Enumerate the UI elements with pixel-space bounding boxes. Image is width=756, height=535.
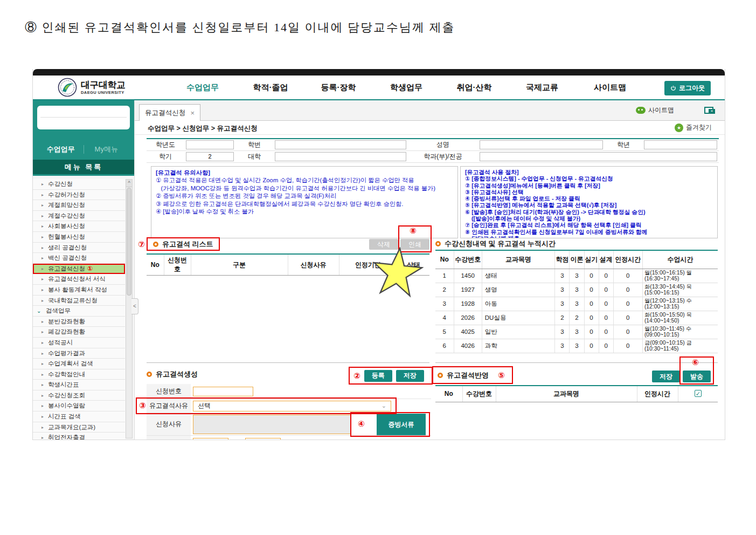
close-icon[interactable]: ×: [190, 109, 195, 117]
close-all-windows-icon[interactable]: [704, 107, 715, 114]
university-logo[interactable]: 대구대학교 DAEGU UNIVERSITY: [58, 78, 126, 97]
send-button[interactable]: 발송: [683, 371, 711, 382]
year-input[interactable]: [186, 140, 234, 149]
sidebar-menu-item[interactable]: ▸교과목개요(교과): [33, 422, 125, 433]
section-bullet-icon: [438, 373, 443, 378]
notice-line: ⑦ [승인]완료 후 [유고결석 리스트]에서 해당 항목 선택후 [인쇄] 클…: [465, 222, 713, 228]
nav-item-records[interactable]: 학적·졸업: [237, 83, 304, 93]
cell-no: 4: [435, 311, 454, 325]
notice-line: ([발송]이후에는 데이터 수정 및 삭제 불가): [465, 215, 713, 222]
sidebar-menu-item[interactable]: ▸수강신청: [33, 179, 125, 190]
sidebar-menu-item[interactable]: ▸시간표 검색: [33, 411, 125, 422]
sidebar-menu-item[interactable]: ▸헌혈봉사신청: [33, 232, 125, 243]
period-start-input[interactable]: [193, 438, 228, 440]
sidebar-menu-item[interactable]: ▸백신 공결신청: [33, 253, 125, 264]
cell-class-time: 월(10:30~11:45) 수(09:00~10:15): [642, 325, 718, 339]
sidebar-menu-item[interactable]: ▸성적공시: [33, 338, 125, 348]
tab-absence-application[interactable]: 유고결석신청 ×: [139, 104, 200, 121]
semester-input[interactable]: [186, 152, 234, 161]
sidebar-menu-item[interactable]: ▸생리 공결신청: [33, 243, 125, 253]
col-course-name: 교과목명: [482, 250, 555, 269]
sidebar-menu-item[interactable]: ▸취업전자출결: [33, 433, 125, 440]
apply-save-button[interactable]: 저장: [652, 371, 680, 382]
sidebar-menu-item[interactable]: ▸수강학점안내: [33, 369, 125, 380]
col-lab: 실기: [584, 250, 599, 269]
notice-procedure-title: [유고결석 사용 절차]: [465, 169, 713, 175]
attach-documents-button[interactable]: 증빙서류: [377, 414, 426, 435]
apply-section-title: 유고결석반영 ⑤: [432, 366, 513, 384]
studentno-input[interactable]: [275, 140, 406, 149]
register-button[interactable]: 등록: [364, 370, 392, 382]
sidebar-menu-item[interactable]: ▸계절수강신청: [33, 211, 125, 222]
name-label: 성명: [408, 139, 478, 150]
sidebar-menu-item[interactable]: ▸폐강강좌현황: [33, 327, 125, 338]
sidebar-menu-item[interactable]: ▸수업평가결과: [33, 348, 125, 359]
sidebar-tabs: 수업업무 My메뉴: [33, 141, 134, 157]
sidebar-menu-item[interactable]: ▸계절희망신청: [33, 200, 125, 211]
nav-item-international[interactable]: 국제교류: [508, 83, 576, 93]
cell-recognized: 0: [613, 339, 642, 353]
grade-input[interactable]: [644, 140, 717, 149]
arrow-icon: ▸: [41, 190, 44, 200]
sidebar-menu-item[interactable]: ▸수강신청조회: [33, 390, 125, 401]
sidebar-menu-item[interactable]: ▸봉사이수열람: [33, 401, 125, 411]
absence-list-section-title: 유고결석 리스트: [147, 237, 220, 251]
sidebar-menu-item[interactable]: ▸봉사 활동계획서 작성: [33, 285, 125, 296]
period-end-input[interactable]: [245, 438, 281, 440]
cell-recognized: 0: [613, 297, 642, 311]
table-row[interactable]: 5 4025 일반 3 3 0 0 0 월(10:30~11:45) 수(09:…: [435, 325, 718, 339]
reason-select[interactable]: 선택 ⌄: [193, 401, 391, 411]
nav-item-sitemap[interactable]: 사이트맵: [576, 83, 644, 93]
sidebar-menu-item[interactable]: ▸학생시간표: [33, 380, 125, 390]
cell-course-no: 2026: [454, 311, 482, 325]
logout-button[interactable]: 로그아웃: [664, 81, 711, 95]
sitemap-icon[interactable]: [636, 107, 646, 114]
name-input[interactable]: [480, 140, 603, 149]
sidebar-menu-item[interactable]: ▸유고결석신청①: [33, 264, 125, 275]
table-row[interactable]: 3 1928 아동 3 3 0 0 0 월(12:00~13:15) 수(12:…: [435, 297, 718, 311]
sidebar-menu-item[interactable]: ▸수강허가신청: [33, 190, 125, 201]
notice-procedure: [유고결석 사용 절차] ① [종합정보시스템] - 수업업무 - 신청업무 -…: [460, 166, 718, 238]
table-row[interactable]: 2 1927 생명 3 3 0 0 0 화(13:30~14:45) 목(15:…: [435, 283, 718, 297]
scrollbar-thumb[interactable]: [127, 188, 131, 296]
cell-lab: 0: [584, 311, 599, 325]
calendar-icon[interactable]: [273, 440, 279, 440]
nav-item-classes[interactable]: 수업업무: [169, 83, 237, 93]
save-button[interactable]: 저장: [396, 370, 424, 382]
sidebar-tab-mymenu[interactable]: My메뉴: [84, 145, 129, 154]
sidebar-menu-item[interactable]: ▸사회봉사신청: [33, 221, 125, 232]
favorite-link[interactable]: ★ 즐겨찾기: [675, 123, 712, 132]
sidebar-collapse-handle[interactable]: <: [131, 298, 138, 314]
notice-line: ③ 폐강으로 인한 유고결석은 단과대학행정실에서 폐강과목 수강신청자 명단 …: [156, 200, 453, 208]
nav-item-registration[interactable]: 등록·장학: [304, 83, 372, 93]
table-row[interactable]: 6 4026 과학 3 3 0 0 0 금(09:00~10:15) 금(10:…: [435, 339, 718, 353]
request-no-row: 신청번호: [147, 384, 431, 399]
table-row[interactable]: 1 1450 생태 3 3 0 0 0 월(15:00~16:15) 월(16:…: [435, 269, 718, 283]
detail-reason-textarea[interactable]: [193, 415, 351, 434]
major-input[interactable]: [480, 152, 717, 161]
sidebar-menu-item[interactable]: ▸국내학점교류신청: [33, 296, 125, 306]
sidebar-menu-item-label: 수강신청조회: [48, 392, 85, 399]
sidebar-menu-item[interactable]: ⌄검색업무: [33, 306, 125, 317]
section-bullet-icon: [153, 242, 158, 247]
sidebar-menu-item[interactable]: ▸수업계획서 검색: [33, 359, 125, 369]
cell-course-no: 1928: [454, 297, 482, 311]
sitemap-link[interactable]: 사이트맵: [648, 106, 674, 115]
college-input[interactable]: [275, 152, 406, 161]
select-all-checkbox[interactable]: ✓: [695, 390, 702, 397]
table-row[interactable]: 4 2026 DU실용 2 2 0 0 0 화(15:00~15:50) 목(1…: [435, 311, 718, 325]
scrollbar-up-icon[interactable]: ^: [126, 180, 132, 187]
sidebar-tab-classwork[interactable]: 수업업무: [38, 145, 84, 154]
arrow-icon: ▸: [41, 179, 44, 189]
sidebar-menu-item[interactable]: ▸유고결석신청서 서식: [33, 274, 125, 285]
course-table: No 수강번호 교과목명 학점 이론 실기 설계 인정시간 수업시간 1 145…: [435, 250, 718, 353]
request-no-input[interactable]: [193, 387, 253, 396]
annotation-7: ⑦: [138, 240, 145, 248]
nav-item-career[interactable]: 취업·산학: [440, 83, 508, 93]
calendar-icon[interactable]: [220, 440, 227, 440]
nav-item-student-affairs[interactable]: 학생업무: [372, 83, 440, 93]
notice-line: ② 증빙서류가 위조 또는 변조된 것일 경우 해당 교과목 실격(F)처리: [156, 192, 453, 200]
cell-credit: 3: [555, 297, 570, 311]
sidebar-menu-item[interactable]: ▸분반강좌현황: [33, 317, 125, 327]
cell-lab: 0: [584, 325, 599, 339]
